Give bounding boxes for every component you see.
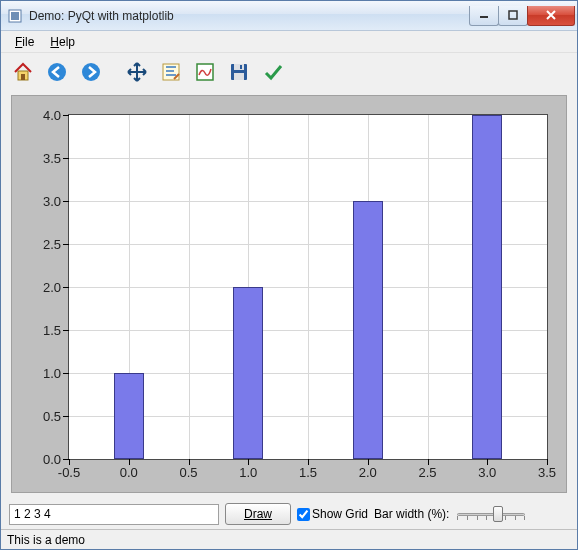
bar-width-label: Bar width (%): <box>374 507 449 521</box>
chart-bar <box>472 115 502 459</box>
svg-rect-3 <box>509 11 517 19</box>
data-input[interactable] <box>9 504 219 525</box>
window-title: Demo: PyQt with matplotlib <box>29 9 470 23</box>
show-grid-label: Show Grid <box>312 507 368 521</box>
x-tick-label: 0.0 <box>120 465 138 480</box>
y-tick-label: 4.0 <box>43 108 61 123</box>
zoom-icon[interactable] <box>157 58 185 86</box>
bar-width-slider[interactable] <box>457 504 525 524</box>
app-window: Demo: PyQt with matplotlib File Help <box>0 0 578 550</box>
x-tick-label: 3.5 <box>538 465 556 480</box>
save-icon[interactable] <box>225 58 253 86</box>
svg-rect-12 <box>234 73 244 80</box>
y-tick-label: 0.5 <box>43 409 61 424</box>
back-icon[interactable] <box>43 58 71 86</box>
minimize-button[interactable] <box>469 6 499 26</box>
x-tick-label: -0.5 <box>58 465 80 480</box>
y-tick-label: 3.5 <box>43 151 61 166</box>
toolbar <box>1 53 577 91</box>
home-icon[interactable] <box>9 58 37 86</box>
show-grid-checkbox[interactable]: Show Grid <box>297 507 368 521</box>
x-tick-label: 1.5 <box>299 465 317 480</box>
svg-point-7 <box>82 63 100 81</box>
x-tick-label: 2.5 <box>418 465 436 480</box>
chart-bar <box>353 201 383 459</box>
y-tick-label: 2.0 <box>43 280 61 295</box>
svg-rect-13 <box>240 65 242 69</box>
maximize-button[interactable] <box>498 6 528 26</box>
plot-axes: 0.00.51.01.52.02.53.03.54.0-0.50.00.51.0… <box>68 114 548 460</box>
menu-help[interactable]: Help <box>42 33 83 51</box>
pan-icon[interactable] <box>123 58 151 86</box>
svg-rect-5 <box>21 74 25 80</box>
x-tick-label: 3.0 <box>478 465 496 480</box>
subplots-icon[interactable] <box>191 58 219 86</box>
svg-rect-1 <box>11 12 19 20</box>
x-tick-label: 1.0 <box>239 465 257 480</box>
status-text: This is a demo <box>7 533 85 547</box>
close-button[interactable] <box>527 6 575 26</box>
menubar: File Help <box>1 31 577 53</box>
x-tick-label: 2.0 <box>359 465 377 480</box>
window-buttons <box>470 6 575 26</box>
titlebar: Demo: PyQt with matplotlib <box>1 1 577 31</box>
controls-row: Draw Show Grid Bar width (%): <box>1 499 577 529</box>
y-tick-label: 1.5 <box>43 323 61 338</box>
y-tick-label: 2.5 <box>43 237 61 252</box>
chart-bar <box>114 373 144 459</box>
chart-bar <box>233 287 263 459</box>
svg-point-6 <box>48 63 66 81</box>
forward-icon[interactable] <box>77 58 105 86</box>
statusbar: This is a demo <box>1 529 577 549</box>
check-icon[interactable] <box>259 58 287 86</box>
draw-button[interactable]: Draw <box>225 503 291 525</box>
y-tick-label: 1.0 <box>43 366 61 381</box>
app-icon <box>7 8 23 24</box>
svg-rect-11 <box>234 64 244 70</box>
plot-canvas[interactable]: 0.00.51.01.52.02.53.03.54.0-0.50.00.51.0… <box>11 95 567 493</box>
x-tick-label: 0.5 <box>179 465 197 480</box>
menu-file[interactable]: File <box>7 33 42 51</box>
y-tick-label: 3.0 <box>43 194 61 209</box>
